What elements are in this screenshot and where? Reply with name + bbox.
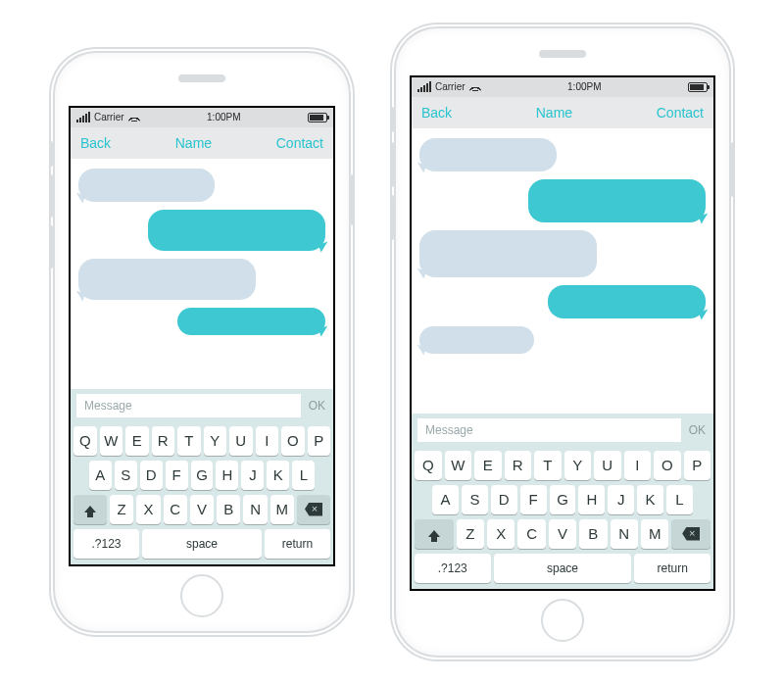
key-w[interactable]: W xyxy=(100,426,123,456)
status-bar: Carrier1:00PM xyxy=(412,77,713,97)
hardware-button xyxy=(49,141,53,167)
key-o[interactable]: O xyxy=(281,426,305,456)
message-bubble-outgoing[interactable] xyxy=(148,210,325,251)
message-input[interactable] xyxy=(76,394,301,417)
key-e[interactable]: E xyxy=(125,426,149,456)
chat-area[interactable] xyxy=(71,159,333,389)
phone-mockup-small: Carrier1:00PMBackNameContactOKQWERTYUIOP… xyxy=(55,53,349,631)
key-r[interactable]: R xyxy=(505,451,532,480)
key-d[interactable]: D xyxy=(140,461,163,490)
key-s[interactable]: S xyxy=(462,485,488,514)
key-i[interactable]: I xyxy=(256,426,279,456)
message-bubble-outgoing[interactable] xyxy=(177,308,325,335)
key-l[interactable]: L xyxy=(666,485,693,514)
chat-area[interactable] xyxy=(412,128,713,414)
key-j[interactable]: J xyxy=(241,461,264,490)
status-bar: Carrier1:00PM xyxy=(71,108,333,127)
key-u[interactable]: U xyxy=(594,451,621,480)
message-bubble-incoming[interactable] xyxy=(419,138,557,171)
key-a[interactable]: A xyxy=(432,485,459,514)
message-bubble-incoming[interactable] xyxy=(419,326,534,354)
key-x[interactable]: X xyxy=(487,519,514,549)
carrier-label: Carrier xyxy=(435,81,466,92)
compose-bar: OK xyxy=(412,414,713,447)
key-w[interactable]: W xyxy=(445,451,472,480)
screen: Carrier1:00PMBackNameContactOKQWERTYUIOP… xyxy=(410,75,715,591)
key-q[interactable]: Q xyxy=(415,451,442,480)
shift-icon xyxy=(84,506,96,512)
message-input[interactable] xyxy=(417,418,681,442)
key-o[interactable]: O xyxy=(654,451,681,480)
key-d[interactable]: D xyxy=(491,485,517,514)
key-k[interactable]: K xyxy=(267,461,289,490)
key-i[interactable]: I xyxy=(624,451,652,480)
back-button[interactable]: Back xyxy=(421,105,452,121)
key-t[interactable]: T xyxy=(534,451,562,480)
send-button[interactable]: OK xyxy=(307,399,327,413)
key-j[interactable]: J xyxy=(608,485,634,514)
key-s[interactable]: S xyxy=(115,461,137,490)
nav-bar: BackNameContact xyxy=(71,127,333,159)
key-l[interactable]: L xyxy=(292,461,315,490)
key-.?123[interactable]: .?123 xyxy=(74,529,139,559)
key-q[interactable]: Q xyxy=(74,426,97,456)
key-u[interactable]: U xyxy=(229,426,253,456)
key-a[interactable]: A xyxy=(89,461,112,490)
key-n[interactable]: N xyxy=(611,519,638,549)
key-backspace[interactable] xyxy=(671,519,710,549)
key-g[interactable]: G xyxy=(550,485,576,514)
backspace-icon xyxy=(305,503,322,516)
key-t[interactable]: T xyxy=(177,426,201,456)
key-r[interactable]: R xyxy=(152,426,175,456)
key-z[interactable]: Z xyxy=(457,519,484,549)
key-h[interactable]: H xyxy=(578,485,605,514)
key-v[interactable]: V xyxy=(190,495,214,524)
status-time: 1:00PM xyxy=(485,81,684,92)
key-n[interactable]: N xyxy=(243,495,267,524)
key-f[interactable]: F xyxy=(166,461,188,490)
key-shift[interactable] xyxy=(415,519,454,549)
key-shift[interactable] xyxy=(74,495,107,524)
hardware-button xyxy=(390,107,394,132)
contact-button[interactable]: Contact xyxy=(657,105,704,121)
key-return[interactable]: return xyxy=(265,529,330,559)
key-y[interactable]: Y xyxy=(204,426,227,456)
key-c[interactable]: C xyxy=(517,519,545,549)
key-m[interactable]: M xyxy=(270,495,294,524)
key-return[interactable]: return xyxy=(634,554,710,583)
key-x[interactable]: X xyxy=(136,495,160,524)
screen: Carrier1:00PMBackNameContactOKQWERTYUIOP… xyxy=(69,106,335,566)
wifi-icon xyxy=(128,113,140,122)
key-h[interactable]: H xyxy=(216,461,238,490)
back-button[interactable]: Back xyxy=(80,135,111,151)
key-m[interactable]: M xyxy=(641,519,668,549)
key-f[interactable]: F xyxy=(520,485,547,514)
shift-icon xyxy=(428,530,440,537)
key-k[interactable]: K xyxy=(637,485,663,514)
carrier-label: Carrier xyxy=(94,112,124,122)
key-backspace[interactable] xyxy=(297,495,330,524)
key-.?123[interactable]: .?123 xyxy=(415,554,491,583)
message-bubble-incoming[interactable] xyxy=(78,169,215,202)
message-bubble-outgoing[interactable] xyxy=(528,179,706,222)
message-bubble-incoming[interactable] xyxy=(78,259,256,300)
key-space[interactable]: space xyxy=(142,529,262,559)
key-e[interactable]: E xyxy=(474,451,502,480)
key-y[interactable]: Y xyxy=(564,451,592,480)
hardware-button xyxy=(390,195,394,240)
key-p[interactable]: P xyxy=(684,451,711,480)
key-space[interactable]: space xyxy=(494,554,632,583)
send-button[interactable]: OK xyxy=(687,423,708,437)
keyboard: QWERTYUIOPASDFGHJKLZXCVBNM.?123spaceretu… xyxy=(412,447,713,589)
key-c[interactable]: C xyxy=(164,495,187,524)
message-bubble-incoming[interactable] xyxy=(419,230,597,277)
key-b[interactable]: B xyxy=(217,495,240,524)
key-b[interactable]: B xyxy=(579,519,607,549)
key-p[interactable]: P xyxy=(308,426,331,456)
key-g[interactable]: G xyxy=(191,461,214,490)
key-z[interactable]: Z xyxy=(110,495,133,524)
key-v[interactable]: V xyxy=(549,519,576,549)
hardware-button xyxy=(351,174,355,225)
contact-button[interactable]: Contact xyxy=(276,135,323,151)
message-bubble-outgoing[interactable] xyxy=(548,285,706,318)
